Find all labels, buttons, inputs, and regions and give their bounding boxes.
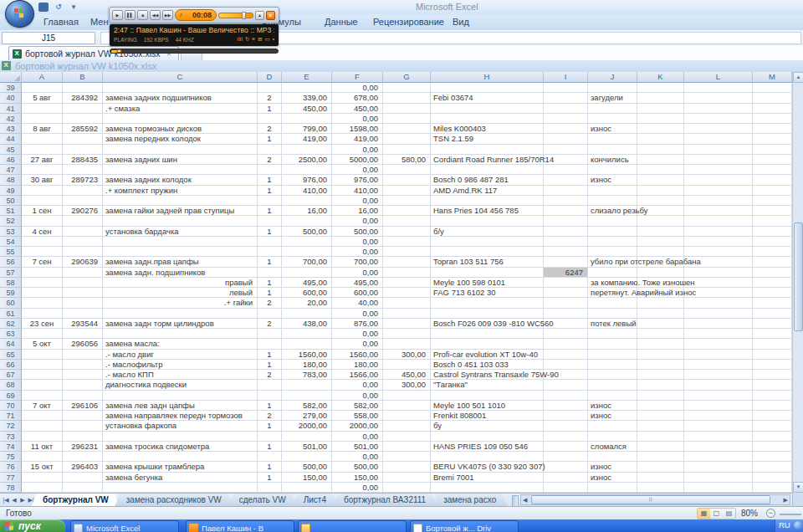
- cell-M57[interactable]: [753, 268, 792, 278]
- cell-F59[interactable]: 600,00: [332, 288, 383, 298]
- cell-E71[interactable]: 279,00: [282, 411, 332, 421]
- cell-D72[interactable]: 1: [258, 421, 282, 431]
- cell-J75[interactable]: [588, 452, 637, 462]
- cell-D60[interactable]: 2: [258, 298, 282, 308]
- cell-H41[interactable]: [431, 104, 544, 114]
- cell-D46[interactable]: 2: [258, 155, 282, 165]
- cell-B58[interactable]: [63, 278, 103, 288]
- cell-M62[interactable]: [753, 319, 792, 329]
- cell-J74[interactable]: сломался: [588, 442, 637, 452]
- cell-L75[interactable]: [684, 452, 753, 462]
- cell-K68[interactable]: [637, 380, 684, 390]
- cell-L43[interactable]: [684, 124, 753, 134]
- cell-K78[interactable]: [637, 483, 684, 493]
- ribbon-tab-1[interactable]: Главная: [40, 16, 82, 28]
- cell-J44[interactable]: [588, 134, 637, 144]
- cell-I48[interactable]: [544, 175, 588, 185]
- cell-I45[interactable]: [544, 145, 588, 155]
- cell-M78[interactable]: [753, 483, 792, 493]
- cell-D54[interactable]: [258, 237, 282, 247]
- cell-A46[interactable]: 27 авг: [22, 155, 63, 165]
- cell-B65[interactable]: [63, 350, 103, 360]
- row-header-46[interactable]: 46: [0, 155, 22, 165]
- cell-K43[interactable]: [637, 124, 684, 134]
- row-header-64[interactable]: 64: [0, 339, 22, 349]
- cell-M73[interactable]: [753, 432, 792, 442]
- row-header-76[interactable]: 76: [0, 462, 22, 472]
- copy-icon[interactable]: ⊞: [258, 36, 262, 43]
- cell-C59[interactable]: левый: [103, 288, 258, 298]
- cell-G44[interactable]: [383, 134, 431, 144]
- cell-G71[interactable]: [383, 411, 431, 421]
- cell-D76[interactable]: 1: [258, 462, 282, 472]
- cell-D59[interactable]: 1: [258, 288, 282, 298]
- cell-M68[interactable]: [753, 380, 792, 390]
- scroll-up-icon[interactable]: ▲: [793, 72, 803, 83]
- cell-F50[interactable]: 0,00: [332, 196, 383, 206]
- column-header-C[interactable]: C: [103, 72, 258, 83]
- row-header-62[interactable]: 62: [0, 319, 22, 329]
- cell-M39[interactable]: [753, 83, 792, 93]
- next-sheet-icon[interactable]: ▶: [18, 494, 27, 506]
- cell-H67[interactable]: Castrol Syntrans Transaxle 75W-90: [431, 370, 544, 380]
- cell-J76[interactable]: износ: [588, 462, 637, 472]
- cell-G56[interactable]: [383, 257, 431, 267]
- cell-H74[interactable]: HANS PRIES 109 050 546: [431, 442, 544, 452]
- first-sheet-icon[interactable]: |◀: [2, 494, 10, 506]
- cell-H40[interactable]: Febi 03674: [431, 93, 544, 103]
- cell-B47[interactable]: [63, 165, 103, 175]
- cell-F58[interactable]: 495,00: [332, 278, 383, 288]
- cell-K64[interactable]: [637, 339, 684, 349]
- cell-J54[interactable]: [588, 237, 637, 247]
- row-header-66[interactable]: 66: [0, 360, 22, 370]
- ribbon-tab-5[interactable]: Рецензирование: [370, 16, 448, 28]
- cell-K44[interactable]: [637, 134, 684, 144]
- cell-E56[interactable]: 700,00: [282, 257, 332, 267]
- tray-app-icon[interactable]: [794, 521, 802, 529]
- cell-D63[interactable]: [258, 329, 282, 339]
- cell-G75[interactable]: [383, 452, 431, 462]
- cell-A49[interactable]: [22, 186, 63, 196]
- cell-G54[interactable]: [383, 237, 431, 247]
- cell-C61[interactable]: [103, 309, 258, 319]
- cell-L44[interactable]: [684, 134, 753, 144]
- row-header-70[interactable]: 70: [0, 401, 22, 411]
- cell-L47[interactable]: [684, 165, 753, 175]
- cell-F54[interactable]: 0,00: [332, 237, 383, 247]
- cell-C41[interactable]: .+ смазка: [103, 104, 258, 114]
- cell-I63[interactable]: [544, 329, 588, 339]
- cell-J55[interactable]: [588, 247, 637, 257]
- cell-G43[interactable]: [383, 124, 431, 134]
- cell-E68[interactable]: [282, 380, 332, 390]
- cell-L41[interactable]: [684, 104, 753, 114]
- cell-H69[interactable]: [431, 391, 544, 401]
- cell-H63[interactable]: [431, 329, 544, 339]
- cell-J61[interactable]: [588, 309, 637, 319]
- cell-M47[interactable]: [753, 165, 792, 175]
- cell-B63[interactable]: [63, 329, 103, 339]
- cell-C49[interactable]: .+ комплект пружин: [103, 186, 258, 196]
- cell-C75[interactable]: [103, 452, 258, 462]
- cell-M52[interactable]: [753, 216, 792, 226]
- cell-F42[interactable]: 0,00: [332, 114, 383, 124]
- cell-A58[interactable]: [22, 278, 63, 288]
- cell-L69[interactable]: [684, 391, 753, 401]
- cell-K39[interactable]: [637, 83, 684, 93]
- cell-A62[interactable]: 23 сен: [22, 319, 63, 329]
- cell-J65[interactable]: [588, 350, 637, 360]
- cell-A60[interactable]: [22, 298, 63, 308]
- cell-D66[interactable]: 1: [258, 360, 282, 370]
- cell-H44[interactable]: TSN 2.1.59: [431, 134, 544, 144]
- cell-B73[interactable]: [63, 432, 103, 442]
- row-header-57[interactable]: 57: [0, 268, 22, 278]
- cell-G64[interactable]: [383, 339, 431, 349]
- cell-C43[interactable]: замена тормозных дисков: [103, 124, 258, 134]
- cell-K41[interactable]: [637, 104, 684, 114]
- cell-J40[interactable]: загудели: [588, 93, 637, 103]
- cell-C53[interactable]: установка бардачка: [103, 227, 258, 237]
- cell-H72[interactable]: бу: [431, 421, 544, 431]
- cell-B71[interactable]: [63, 411, 103, 421]
- cell-G74[interactable]: [383, 442, 431, 452]
- cell-B57[interactable]: [63, 268, 103, 278]
- cell-H70[interactable]: Meyle 100 501 1010: [431, 401, 544, 411]
